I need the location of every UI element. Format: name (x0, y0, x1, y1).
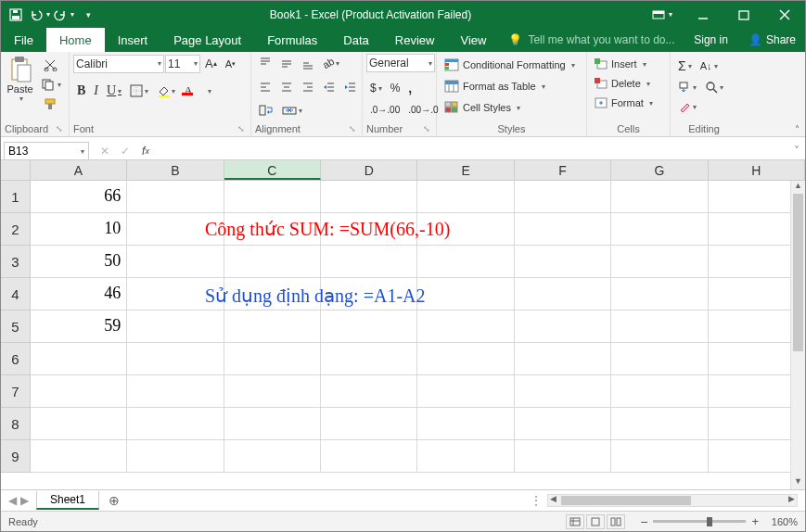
cell-E6[interactable] (417, 343, 514, 375)
row-header-3[interactable]: 3 (1, 246, 31, 278)
insert-function-icon[interactable]: fx (135, 142, 156, 160)
cell-E4[interactable] (417, 278, 514, 310)
comma-format-icon[interactable]: , (404, 78, 416, 98)
cell-E5[interactable] (417, 310, 514, 343)
cell-A2[interactable]: 10 (31, 213, 127, 246)
conditional-formatting-button[interactable]: Conditional Formatting▾ (441, 56, 582, 74)
cell-E2[interactable] (417, 213, 514, 246)
tab-file[interactable]: File (1, 28, 46, 52)
cell-C6[interactable] (224, 343, 321, 375)
row-header-9[interactable]: 9 (1, 440, 31, 473)
underline-button[interactable]: U▾ (103, 81, 125, 101)
cell-D2[interactable] (321, 213, 417, 246)
wrap-text-icon[interactable] (255, 102, 277, 119)
cell-B4[interactable] (127, 278, 224, 310)
zoom-level[interactable]: 160% (764, 516, 798, 527)
cell-B9[interactable] (127, 440, 224, 473)
tab-data[interactable]: Data (330, 28, 381, 52)
increase-font-icon[interactable]: A▴ (201, 54, 221, 73)
format-cells-button[interactable]: Format▾ (591, 95, 666, 111)
cancel-formula-icon[interactable]: ✕ (95, 142, 115, 160)
row-header-5[interactable]: 5 (1, 310, 31, 343)
cell-F3[interactable] (515, 246, 611, 278)
cell-E1[interactable] (417, 181, 514, 213)
cell-D3[interactable] (321, 246, 417, 278)
insert-cells-button[interactable]: Insert▾ (591, 56, 666, 72)
align-top-icon[interactable] (255, 54, 275, 72)
save-icon[interactable] (5, 4, 27, 26)
col-header-D[interactable]: D (321, 160, 417, 180)
number-dialog-launcher[interactable]: ⤡ (423, 124, 432, 133)
align-center-icon[interactable] (276, 78, 297, 96)
cell-D8[interactable] (321, 408, 417, 440)
increase-indent-icon[interactable] (340, 78, 361, 96)
share-button[interactable]: 👤Share (739, 33, 805, 46)
tab-page-layout[interactable]: Page Layout (160, 28, 254, 52)
cell-G9[interactable] (611, 440, 708, 473)
cell-D6[interactable] (321, 343, 417, 375)
accounting-format-icon[interactable]: $▾ (366, 79, 386, 97)
delete-cells-button[interactable]: Delete▾ (591, 75, 666, 92)
tab-insert[interactable]: Insert (105, 28, 161, 52)
cell-A9[interactable] (31, 440, 127, 473)
col-header-F[interactable]: F (515, 160, 611, 180)
row-header-7[interactable]: 7 (1, 375, 31, 408)
col-header-G[interactable]: G (611, 160, 708, 180)
col-header-C[interactable]: C (224, 160, 321, 180)
vertical-scroll-thumb[interactable] (793, 194, 803, 351)
cell-D7[interactable] (321, 375, 417, 408)
zoom-slider[interactable] (653, 520, 746, 523)
new-sheet-button[interactable]: ⊕ (105, 493, 123, 508)
cell-C9[interactable] (224, 440, 321, 473)
formula-input[interactable] (161, 142, 788, 160)
zoom-in-icon[interactable]: + (751, 514, 759, 528)
align-left-icon[interactable] (255, 78, 275, 96)
cell-F6[interactable] (515, 343, 611, 375)
name-box[interactable]: B13▾ (4, 142, 89, 160)
col-header-A[interactable]: A (31, 160, 127, 180)
select-all-corner[interactable] (1, 160, 31, 180)
view-page-layout-icon[interactable] (586, 514, 605, 529)
vertical-scrollbar[interactable]: ▲ ▼ (790, 181, 805, 489)
cell-G3[interactable] (611, 246, 708, 278)
cell-B1[interactable] (127, 181, 224, 213)
font-dialog-launcher[interactable]: ⤡ (237, 124, 247, 133)
cell-A7[interactable] (31, 375, 127, 408)
col-header-E[interactable]: E (417, 160, 514, 180)
cell-G5[interactable] (611, 310, 708, 343)
qat-customize-icon[interactable]: ▾ (77, 4, 99, 26)
cell-styles-button[interactable]: Cell Styles▾ (441, 98, 582, 117)
italic-button[interactable]: I (90, 81, 102, 101)
cell-G1[interactable] (611, 181, 708, 213)
cell-B7[interactable] (127, 375, 224, 408)
font-name-select[interactable]: Calibri▾ (73, 55, 164, 73)
decrease-indent-icon[interactable] (319, 78, 339, 96)
minimize-icon[interactable] (683, 1, 723, 28)
cell-B2[interactable] (127, 213, 224, 246)
cell-E8[interactable] (417, 408, 514, 440)
view-normal-icon[interactable] (566, 514, 584, 529)
cell-F5[interactable] (515, 310, 611, 343)
zoom-out-icon[interactable]: − (640, 514, 647, 529)
format-painter-button[interactable] (37, 95, 65, 113)
percent-format-icon[interactable]: % (387, 79, 404, 97)
cell-G2[interactable] (611, 213, 708, 246)
sort-filter-button[interactable]: A↓▾ (697, 57, 722, 74)
increase-decimal-icon[interactable]: .0→.00 (366, 102, 403, 118)
cell-D4[interactable] (321, 278, 417, 310)
tell-me[interactable]: 💡Tell me what you want to do... (499, 28, 684, 52)
collapse-ribbon-icon[interactable]: ˄ (795, 124, 800, 134)
cell-D1[interactable] (321, 181, 417, 213)
cell-E7[interactable] (417, 375, 514, 408)
row-header-2[interactable]: 2 (1, 213, 31, 246)
clipboard-dialog-launcher[interactable]: ⤡ (56, 124, 65, 133)
autosum-button[interactable]: Σ▾ (674, 56, 696, 76)
maximize-icon[interactable] (723, 1, 764, 28)
expand-formula-bar-icon[interactable]: ˅ (788, 145, 805, 158)
cell-C7[interactable] (224, 375, 321, 408)
view-page-break-icon[interactable] (607, 514, 625, 529)
alignment-dialog-launcher[interactable]: ⤡ (349, 124, 358, 133)
cell-C5[interactable] (224, 310, 321, 343)
enter-formula-icon[interactable]: ✓ (115, 142, 135, 160)
font-color-button[interactable]: A▾ (180, 81, 214, 101)
